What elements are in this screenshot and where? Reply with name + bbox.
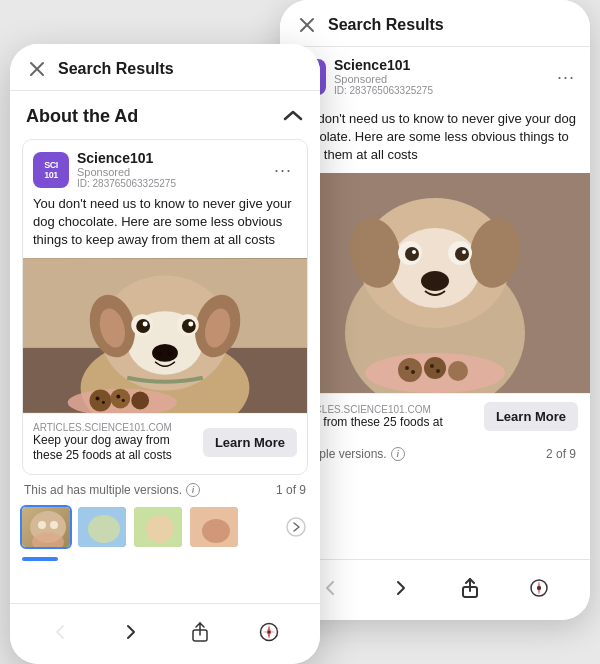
svg-point-16 — [398, 358, 422, 382]
front-ad-more-button[interactable]: ··· — [269, 156, 297, 184]
back-page-count: 2 of 9 — [546, 447, 576, 461]
svg-point-55 — [122, 399, 125, 402]
front-thumb-4[interactable] — [188, 505, 240, 549]
svg-point-19 — [405, 366, 409, 370]
front-multi-text: This ad has multiple versions. i — [24, 483, 200, 497]
front-info-icon[interactable]: i — [186, 483, 200, 497]
back-ad-more-button[interactable]: ··· — [552, 63, 580, 91]
front-nav-back-button[interactable] — [43, 614, 79, 650]
front-multi-versions: This ad has multiple versions. i 1 of 9 — [10, 475, 320, 505]
front-ad-link-title: Keep your dog away from these 25 foods a… — [33, 433, 195, 464]
svg-point-66 — [287, 518, 305, 536]
back-bottom-nav — [280, 559, 590, 620]
about-ad-chevron[interactable] — [282, 105, 304, 127]
back-nav-share-button[interactable] — [452, 570, 488, 606]
back-nav-compass-button[interactable] — [521, 570, 557, 606]
svg-point-13 — [462, 250, 466, 254]
back-multi-versions: multiple versions. i 2 of 9 — [280, 439, 590, 469]
front-ad-image — [23, 258, 307, 413]
svg-point-61 — [88, 515, 120, 543]
svg-point-58 — [50, 521, 58, 529]
phone-front: Search Results About the Ad SCI101 Scien… — [10, 44, 320, 664]
svg-point-44 — [188, 321, 193, 326]
svg-point-54 — [116, 394, 120, 398]
svg-point-41 — [136, 319, 150, 333]
svg-point-11 — [455, 247, 469, 261]
back-ad-name: Science101 — [334, 57, 552, 73]
svg-point-42 — [182, 319, 196, 333]
svg-point-49 — [90, 389, 112, 411]
svg-point-72 — [268, 631, 271, 634]
front-ad-logo: SCI101 — [33, 152, 69, 188]
svg-point-21 — [430, 364, 434, 368]
back-learn-more-button[interactable]: Learn More — [484, 402, 578, 431]
svg-point-18 — [448, 361, 468, 381]
front-ad-info: Science101 Sponsored ID: 283765063325275 — [77, 150, 269, 189]
svg-point-63 — [146, 515, 174, 543]
front-ad-id: ID: 283765063325275 — [77, 178, 269, 189]
front-progress-bar — [10, 557, 320, 567]
back-ad-text: You don't need us to know to never give … — [280, 102, 590, 173]
svg-point-53 — [102, 401, 105, 404]
about-ad-header: About the Ad — [10, 91, 320, 139]
front-search-title: Search Results — [58, 60, 174, 78]
svg-point-51 — [131, 391, 149, 409]
front-page-count: 1 of 9 — [276, 483, 306, 497]
svg-point-46 — [157, 351, 163, 356]
back-ad-info: Science101 Sponsored ID: 283765063325275 — [334, 57, 552, 96]
back-close-button[interactable] — [296, 14, 318, 36]
svg-point-10 — [405, 247, 419, 261]
front-thumb-1[interactable] — [20, 505, 72, 549]
svg-point-17 — [424, 357, 446, 379]
svg-point-50 — [110, 388, 130, 408]
svg-point-45 — [152, 344, 178, 362]
svg-point-57 — [38, 521, 46, 529]
back-link-section: ARTICLES.SCIENCE101.COM away from these … — [280, 393, 590, 439]
back-ad-card-header: SCI101 Science101 Sponsored ID: 28376506… — [280, 47, 590, 102]
svg-point-14 — [421, 271, 449, 291]
front-ad-card-header: SCI101 Science101 Sponsored ID: 28376506… — [23, 140, 307, 195]
back-search-header: Search Results — [280, 0, 590, 47]
svg-point-43 — [143, 321, 148, 326]
front-ad-domain: ARTICLES.SCIENCE101.COM — [33, 422, 195, 433]
front-nav-compass-button[interactable] — [251, 614, 287, 650]
front-thumb-2[interactable] — [76, 505, 128, 549]
svg-point-22 — [436, 369, 440, 373]
back-ad-sponsored: Sponsored — [334, 73, 552, 85]
front-learn-more-button[interactable]: Learn More — [203, 428, 297, 457]
phone-back: Search Results SCI101 Science101 Sponsor… — [280, 0, 590, 620]
front-ad-sponsored: Sponsored — [77, 166, 269, 178]
front-thumb-next-button[interactable] — [282, 513, 310, 541]
front-ad-card: SCI101 Science101 Sponsored ID: 28376506… — [22, 139, 308, 475]
front-search-header: Search Results — [10, 44, 320, 91]
front-thumb-3[interactable] — [132, 505, 184, 549]
front-nav-share-button[interactable] — [182, 614, 218, 650]
front-ad-link-section: ARTICLES.SCIENCE101.COM Keep your dog aw… — [23, 413, 307, 474]
svg-point-47 — [167, 351, 173, 356]
svg-point-12 — [412, 250, 416, 254]
front-thumb-strip — [10, 505, 320, 557]
back-search-title: Search Results — [328, 16, 444, 34]
front-bottom-nav — [10, 603, 320, 664]
front-ad-link-text: ARTICLES.SCIENCE101.COM Keep your dog aw… — [33, 422, 195, 464]
back-ad-image — [280, 173, 590, 393]
front-ad-text: You don't need us to know to never give … — [23, 195, 307, 258]
back-info-icon[interactable]: i — [391, 447, 405, 461]
back-ad-id: ID: 283765063325275 — [334, 85, 552, 96]
back-nav-forward-button[interactable] — [382, 570, 418, 606]
front-nav-forward-button[interactable] — [112, 614, 148, 650]
svg-point-52 — [95, 396, 99, 400]
svg-point-26 — [537, 586, 541, 590]
front-close-button[interactable] — [26, 58, 48, 80]
about-ad-title: About the Ad — [26, 106, 138, 127]
svg-point-65 — [202, 519, 230, 543]
front-ad-name: Science101 — [77, 150, 269, 166]
svg-point-20 — [411, 370, 415, 374]
